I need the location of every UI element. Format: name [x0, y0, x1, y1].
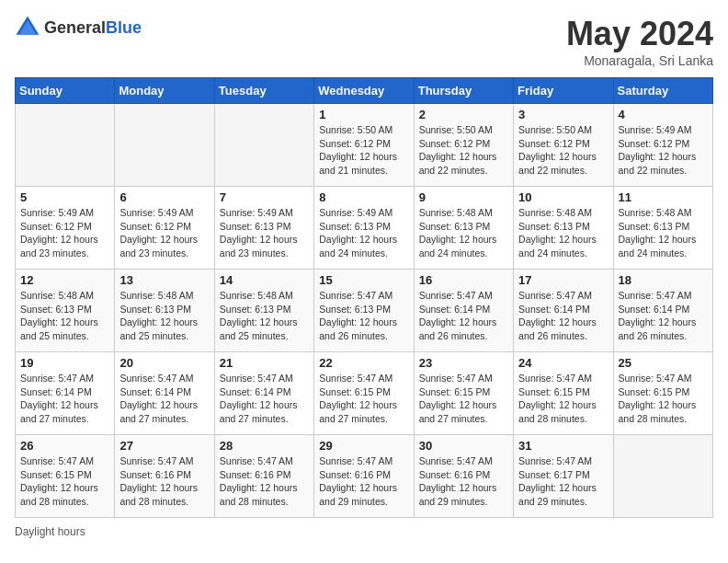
calendar-cell: 26Sunrise: 5:47 AMSunset: 6:15 PMDayligh…: [16, 435, 115, 518]
day-number: 11: [619, 190, 708, 204]
calendar-cell: 7Sunrise: 5:49 AMSunset: 6:13 PMDaylight…: [214, 187, 313, 270]
day-number: 25: [619, 356, 708, 370]
day-info: Sunrise: 5:47 AMSunset: 6:15 PMDaylight:…: [20, 454, 109, 509]
calendar-cell: 30Sunrise: 5:47 AMSunset: 6:16 PMDayligh…: [414, 435, 513, 518]
day-info: Sunrise: 5:47 AMSunset: 6:14 PMDaylight:…: [220, 372, 309, 426]
generalblue-logo-icon: [15, 15, 40, 40]
day-info: Sunrise: 5:48 AMSunset: 6:13 PMDaylight:…: [518, 206, 608, 260]
day-info: Sunrise: 5:50 AMSunset: 6:12 PMDaylight:…: [419, 123, 508, 178]
day-info: Sunrise: 5:47 AMSunset: 6:14 PMDaylight:…: [518, 289, 608, 343]
page-header: GeneralBlue May 2024 Monaragala, Sri Lan…: [15, 15, 713, 68]
header-wednesday: Wednesday: [314, 78, 414, 104]
day-info: Sunrise: 5:47 AMSunset: 6:14 PMDaylight:…: [119, 372, 209, 426]
calendar-cell: 23Sunrise: 5:47 AMSunset: 6:15 PMDayligh…: [414, 352, 513, 435]
day-number: 24: [518, 356, 608, 370]
calendar-cell: 25Sunrise: 5:47 AMSunset: 6:15 PMDayligh…: [613, 352, 712, 435]
day-info: Sunrise: 5:47 AMSunset: 6:16 PMDaylight:…: [119, 454, 209, 509]
day-number: 3: [518, 108, 608, 121]
day-number: 8: [319, 190, 408, 204]
calendar-cell: 15Sunrise: 5:47 AMSunset: 6:13 PMDayligh…: [314, 270, 414, 352]
calendar-cell: [16, 104, 115, 187]
day-info: Sunrise: 5:47 AMSunset: 6:13 PMDaylight:…: [319, 289, 408, 343]
day-number: 18: [619, 273, 708, 287]
day-number: 12: [20, 273, 109, 287]
day-number: 15: [319, 273, 408, 287]
day-number: 10: [518, 190, 608, 204]
day-number: 26: [20, 439, 109, 453]
header-saturday: Saturday: [613, 78, 712, 104]
calendar-week-row: 1Sunrise: 5:50 AMSunset: 6:12 PMDaylight…: [16, 104, 713, 187]
day-info: Sunrise: 5:47 AMSunset: 6:15 PMDaylight:…: [319, 372, 408, 426]
day-info: Sunrise: 5:47 AMSunset: 6:15 PMDaylight:…: [619, 372, 708, 426]
logo-text: GeneralBlue: [44, 18, 142, 38]
calendar-cell: 18Sunrise: 5:47 AMSunset: 6:14 PMDayligh…: [613, 270, 712, 352]
daylight-label: Daylight hours: [15, 525, 85, 538]
footer: Daylight hours: [15, 525, 713, 538]
logo-blue: Blue: [106, 18, 142, 37]
header-tuesday: Tuesday: [214, 78, 313, 104]
calendar-cell: 2Sunrise: 5:50 AMSunset: 6:12 PMDaylight…: [414, 104, 513, 187]
day-number: 16: [419, 273, 508, 287]
calendar-table: SundayMondayTuesdayWednesdayThursdayFrid…: [15, 77, 713, 518]
logo-general: General: [44, 18, 106, 37]
calendar-cell: 29Sunrise: 5:47 AMSunset: 6:16 PMDayligh…: [314, 435, 414, 518]
calendar-cell: 11Sunrise: 5:48 AMSunset: 6:13 PMDayligh…: [613, 187, 712, 270]
day-number: 9: [419, 190, 508, 204]
day-info: Sunrise: 5:48 AMSunset: 6:13 PMDaylight:…: [419, 206, 508, 260]
location-subtitle: Monaragala, Sri Lanka: [566, 53, 713, 68]
calendar-cell: 21Sunrise: 5:47 AMSunset: 6:14 PMDayligh…: [214, 352, 313, 435]
calendar-week-row: 26Sunrise: 5:47 AMSunset: 6:15 PMDayligh…: [16, 435, 713, 518]
day-info: Sunrise: 5:49 AMSunset: 6:12 PMDaylight:…: [619, 123, 708, 178]
calendar-cell: 27Sunrise: 5:47 AMSunset: 6:16 PMDayligh…: [115, 435, 214, 518]
calendar-cell: 19Sunrise: 5:47 AMSunset: 6:14 PMDayligh…: [16, 352, 115, 435]
day-number: 21: [220, 356, 309, 370]
calendar-cell: 5Sunrise: 5:49 AMSunset: 6:12 PMDaylight…: [16, 187, 115, 270]
day-info: Sunrise: 5:49 AMSunset: 6:12 PMDaylight:…: [119, 206, 209, 260]
day-info: Sunrise: 5:48 AMSunset: 6:13 PMDaylight:…: [119, 289, 209, 343]
calendar-cell: 10Sunrise: 5:48 AMSunset: 6:13 PMDayligh…: [514, 187, 613, 270]
calendar-cell: 22Sunrise: 5:47 AMSunset: 6:15 PMDayligh…: [314, 352, 414, 435]
calendar-cell: 6Sunrise: 5:49 AMSunset: 6:12 PMDaylight…: [115, 187, 214, 270]
day-number: 22: [319, 356, 408, 370]
day-number: 5: [20, 190, 109, 204]
day-info: Sunrise: 5:47 AMSunset: 6:17 PMDaylight:…: [518, 454, 608, 509]
month-year-title: May 2024: [566, 15, 713, 53]
calendar-cell: [115, 104, 214, 187]
calendar-cell: [214, 104, 313, 187]
day-info: Sunrise: 5:47 AMSunset: 6:14 PMDaylight:…: [619, 289, 708, 343]
calendar-cell: 3Sunrise: 5:50 AMSunset: 6:12 PMDaylight…: [514, 104, 613, 187]
day-info: Sunrise: 5:47 AMSunset: 6:16 PMDaylight:…: [419, 454, 508, 509]
calendar-cell: 12Sunrise: 5:48 AMSunset: 6:13 PMDayligh…: [16, 270, 115, 352]
day-info: Sunrise: 5:48 AMSunset: 6:13 PMDaylight:…: [20, 289, 109, 343]
calendar-cell: 4Sunrise: 5:49 AMSunset: 6:12 PMDaylight…: [613, 104, 712, 187]
day-info: Sunrise: 5:48 AMSunset: 6:13 PMDaylight:…: [220, 289, 309, 343]
day-number: 27: [119, 439, 209, 453]
day-info: Sunrise: 5:47 AMSunset: 6:16 PMDaylight:…: [319, 454, 408, 509]
calendar-week-row: 19Sunrise: 5:47 AMSunset: 6:14 PMDayligh…: [16, 352, 713, 435]
calendar-cell: 31Sunrise: 5:47 AMSunset: 6:17 PMDayligh…: [514, 435, 613, 518]
day-info: Sunrise: 5:49 AMSunset: 6:13 PMDaylight:…: [220, 206, 309, 260]
day-number: 30: [419, 439, 508, 453]
day-info: Sunrise: 5:50 AMSunset: 6:12 PMDaylight:…: [319, 123, 408, 178]
day-info: Sunrise: 5:47 AMSunset: 6:15 PMDaylight:…: [419, 372, 508, 426]
day-number: 20: [119, 356, 209, 370]
day-number: 14: [220, 273, 309, 287]
calendar-cell: 14Sunrise: 5:48 AMSunset: 6:13 PMDayligh…: [214, 270, 313, 352]
day-number: 17: [518, 273, 608, 287]
header-monday: Monday: [115, 78, 214, 104]
day-number: 4: [619, 108, 708, 121]
calendar-cell: [613, 435, 712, 518]
day-number: 19: [20, 356, 109, 370]
logo: GeneralBlue: [15, 15, 142, 40]
day-number: 2: [419, 108, 508, 121]
day-number: 31: [518, 439, 608, 453]
calendar-cell: 16Sunrise: 5:47 AMSunset: 6:14 PMDayligh…: [414, 270, 513, 352]
day-info: Sunrise: 5:47 AMSunset: 6:16 PMDaylight:…: [220, 454, 309, 509]
day-info: Sunrise: 5:47 AMSunset: 6:14 PMDaylight:…: [419, 289, 508, 343]
day-number: 1: [319, 108, 408, 121]
calendar-cell: 1Sunrise: 5:50 AMSunset: 6:12 PMDaylight…: [314, 104, 414, 187]
day-number: 13: [119, 273, 209, 287]
day-info: Sunrise: 5:47 AMSunset: 6:15 PMDaylight:…: [518, 372, 608, 426]
day-info: Sunrise: 5:49 AMSunset: 6:13 PMDaylight:…: [319, 206, 408, 260]
calendar-header-row: SundayMondayTuesdayWednesdayThursdayFrid…: [16, 78, 713, 104]
